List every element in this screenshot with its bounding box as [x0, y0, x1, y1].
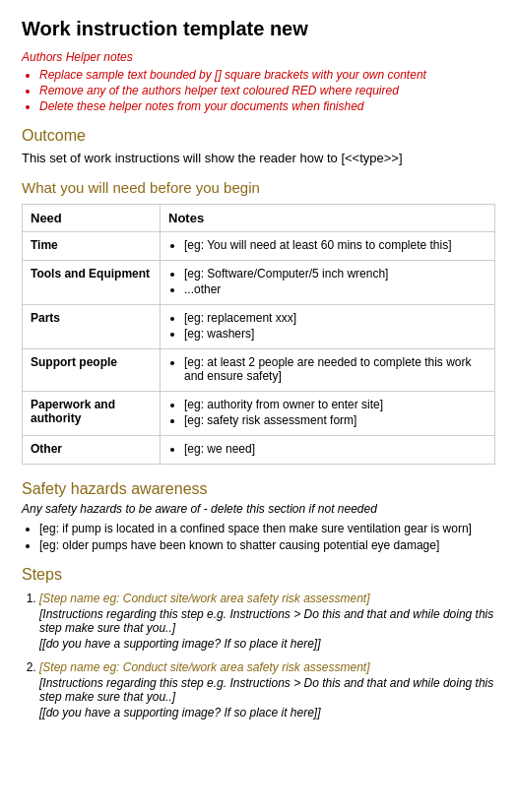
need-other-notes: [eg: we need] [161, 436, 495, 465]
safety-title: Safety hazards awareness [22, 480, 495, 498]
step-item: [Step name eg: Conduct site/work area sa… [39, 592, 495, 651]
step-name-1: [Step name eg: Conduct site/work area sa… [39, 592, 370, 605]
table-row: Time [eg: You will need at least 60 mins… [23, 232, 495, 261]
need-support-label: Support people [23, 349, 161, 392]
safety-subtitle: Any safety hazards to be aware of - dele… [22, 502, 495, 516]
need-parts-label: Parts [23, 305, 161, 349]
step-image-2: [[do you have a supporting image? If so … [39, 706, 495, 719]
col-header-notes: Notes [161, 205, 495, 232]
author-notes-section: Authors Helper notes Replace sample text… [22, 50, 495, 113]
step-image-1: [[do you have a supporting image? If so … [39, 637, 495, 651]
need-paperwork-label: Paperwork and authority [23, 392, 161, 436]
step-instruction-1: [Instructions regarding this step e.g. I… [39, 607, 495, 635]
table-row: Support people [eg: at least 2 people ar… [23, 349, 495, 392]
author-note-item: Remove any of the authors helper text co… [39, 84, 495, 97]
table-row: Other [eg: we need] [23, 436, 495, 465]
need-tools-label: Tools and Equipment [23, 261, 161, 305]
table-row: Parts [eg: replacement xxx] [eg: washers… [23, 305, 495, 349]
need-title: What you will need before you begin [22, 179, 495, 196]
step-name-2: [Step name eg: Conduct site/work area sa… [39, 660, 370, 674]
step-instruction-2: [Instructions regarding this step e.g. I… [39, 676, 495, 704]
steps-list: [Step name eg: Conduct site/work area sa… [39, 592, 495, 719]
need-tools-notes: [eg: Software/Computer/5 inch wrench] ..… [161, 261, 495, 305]
author-notes-label: Authors Helper notes [22, 50, 495, 64]
need-table: Need Notes Time [eg: You will need at le… [22, 204, 495, 465]
page-title: Work instruction template new [22, 18, 495, 40]
author-note-item: Replace sample text bounded by [] square… [39, 68, 495, 82]
need-time-label: Time [23, 232, 161, 261]
need-parts-notes: [eg: replacement xxx] [eg: washers] [161, 305, 495, 349]
outcome-title: Outcome [22, 127, 495, 145]
table-row: Tools and Equipment [eg: Software/Comput… [23, 261, 495, 305]
table-row: Paperwork and authority [eg: authority f… [23, 392, 495, 436]
author-note-item: Delete these helper notes from your docu… [39, 99, 495, 113]
author-notes-list: Replace sample text bounded by [] square… [39, 68, 495, 113]
safety-list: [eg: if pump is located in a confined sp… [39, 522, 495, 552]
need-paperwork-notes: [eg: authority from owner to enter site]… [161, 392, 495, 436]
step-item: [Step name eg: Conduct site/work area sa… [39, 660, 495, 719]
need-support-notes: [eg: at least 2 people are needed to com… [161, 349, 495, 392]
col-header-need: Need [23, 205, 161, 232]
outcome-text: This set of work instructions will show … [22, 151, 495, 165]
need-time-notes: [eg: You will need at least 60 mins to c… [161, 232, 495, 261]
need-other-label: Other [23, 436, 161, 465]
safety-item: [eg: if pump is located in a confined sp… [39, 522, 495, 535]
steps-title: Steps [22, 566, 495, 584]
safety-item: [eg: older pumps have been known to shat… [39, 538, 495, 552]
